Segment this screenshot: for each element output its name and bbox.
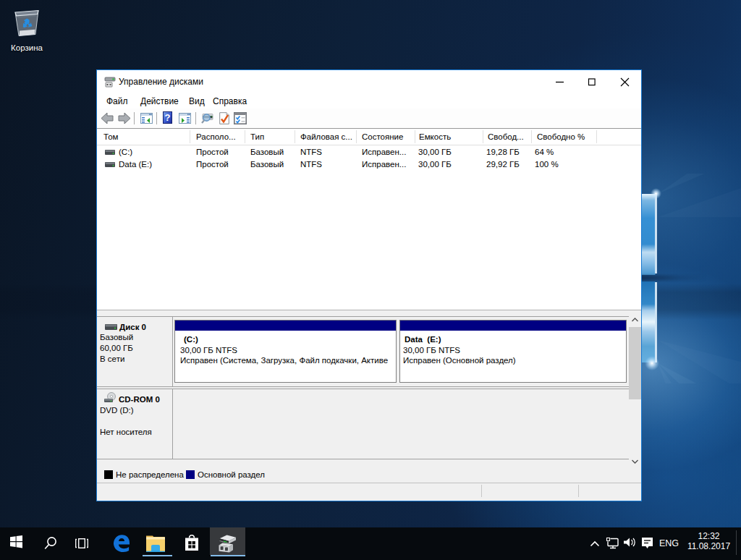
svg-text:?: ? <box>165 112 171 123</box>
